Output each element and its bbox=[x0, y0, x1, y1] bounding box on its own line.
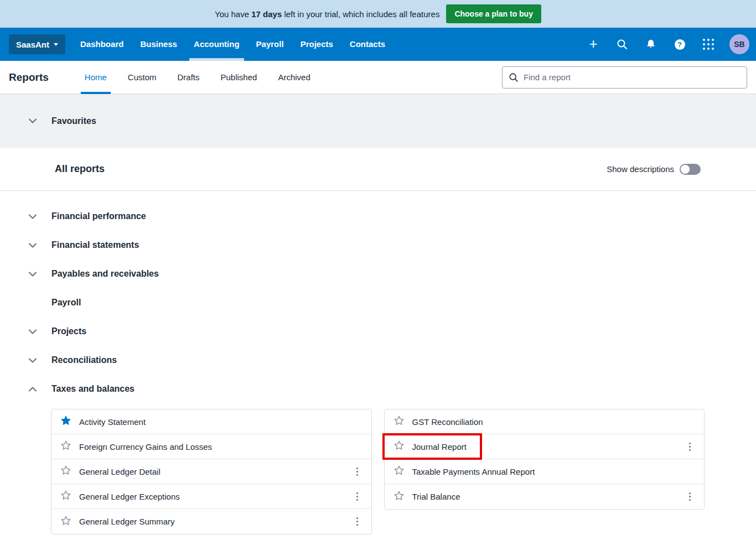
search-icon bbox=[617, 39, 628, 50]
plus-icon: + bbox=[589, 37, 597, 51]
section-row-financial-performance[interactable]: Financial performance bbox=[0, 202, 756, 231]
notifications-button[interactable] bbox=[636, 28, 665, 61]
report-row-taxable-payments-annual-report[interactable]: Taxable Payments Annual Report bbox=[385, 459, 705, 484]
all-reports-title: All reports bbox=[55, 163, 105, 175]
show-descriptions-toggle[interactable] bbox=[680, 164, 701, 175]
report-list-right: GST Reconciliation Journal Report Taxabl… bbox=[384, 409, 705, 510]
help-button[interactable]: ? bbox=[665, 28, 694, 61]
global-search-button[interactable] bbox=[608, 28, 636, 61]
choose-plan-button[interactable]: Choose a plan to buy bbox=[446, 4, 541, 23]
section-label: Payables and receivables bbox=[51, 269, 159, 279]
favourites-label: Favourites bbox=[51, 116, 96, 126]
search-input[interactable] bbox=[524, 72, 741, 82]
chevron-down-icon bbox=[54, 43, 58, 46]
kebab-menu-icon[interactable] bbox=[352, 489, 363, 504]
favourite-star-icon[interactable] bbox=[60, 490, 71, 503]
report-label: Taxable Payments Annual Report bbox=[412, 467, 535, 476]
favourite-star-icon[interactable] bbox=[60, 415, 71, 428]
reports-tabs: HomeCustomDraftsPublishedArchived bbox=[74, 61, 321, 94]
report-row-journal-report[interactable]: Journal Report bbox=[385, 434, 705, 459]
report-label: General Ledger Summary bbox=[79, 517, 175, 526]
section-row-payables-and-receivables[interactable]: Payables and receivables bbox=[0, 259, 756, 288]
chevron-down-icon bbox=[28, 214, 37, 219]
tab-custom[interactable]: Custom bbox=[117, 61, 167, 94]
org-menu-button[interactable]: SaasAnt bbox=[9, 34, 65, 54]
nav-item-payroll[interactable]: Payroll bbox=[248, 28, 292, 61]
report-row-gst-reconciliation[interactable]: GST Reconciliation bbox=[385, 409, 705, 434]
main-navbar: SaasAnt DashboardBusinessAccountingPayro… bbox=[0, 28, 756, 61]
report-list-left: Activity Statement Foreign Currency Gain… bbox=[51, 409, 372, 534]
report-sections: Financial performance Financial statemen… bbox=[0, 191, 756, 403]
section-row-financial-statements[interactable]: Financial statements bbox=[0, 231, 756, 259]
nav-item-contacts[interactable]: Contacts bbox=[341, 28, 393, 61]
tab-archived[interactable]: Archived bbox=[267, 61, 320, 94]
apps-grid-icon bbox=[703, 39, 714, 50]
section-row-reconciliations[interactable]: Reconciliations bbox=[0, 346, 756, 375]
report-label: Trial Balance bbox=[412, 492, 460, 501]
section-label: Financial performance bbox=[51, 211, 146, 221]
tab-drafts[interactable]: Drafts bbox=[167, 61, 210, 94]
kebab-menu-icon[interactable] bbox=[352, 514, 363, 529]
nav-item-accounting[interactable]: Accounting bbox=[185, 28, 248, 61]
section-row-payroll[interactable]: Payroll bbox=[0, 288, 756, 317]
favourite-star-icon[interactable] bbox=[393, 440, 405, 453]
section-label: Payroll bbox=[51, 298, 81, 308]
section-row-projects[interactable]: Projects bbox=[0, 317, 756, 346]
chevron-down-icon bbox=[28, 272, 37, 277]
show-descriptions-label: Show descriptions bbox=[607, 164, 674, 174]
report-label: GST Reconciliation bbox=[412, 417, 483, 427]
tab-home[interactable]: Home bbox=[74, 61, 117, 94]
favourite-star-icon[interactable] bbox=[60, 440, 71, 453]
favourite-star-icon[interactable] bbox=[60, 465, 71, 478]
kebab-menu-icon[interactable] bbox=[685, 489, 695, 504]
section-label: Projects bbox=[51, 326, 86, 336]
nav-item-business[interactable]: Business bbox=[132, 28, 185, 61]
avatar[interactable]: SB bbox=[729, 34, 749, 54]
apps-launcher-button[interactable] bbox=[694, 28, 723, 61]
nav-menu: DashboardBusinessAccountingPayrollProjec… bbox=[72, 28, 393, 61]
nav-right: + ? SB bbox=[579, 28, 749, 61]
favourite-star-icon[interactable] bbox=[393, 465, 405, 478]
chevron-down-icon bbox=[28, 329, 37, 334]
favourite-star-icon[interactable] bbox=[393, 415, 405, 428]
favourite-star-icon[interactable] bbox=[60, 515, 71, 528]
search-icon bbox=[509, 72, 519, 82]
show-descriptions: Show descriptions bbox=[607, 164, 701, 175]
help-icon: ? bbox=[675, 39, 685, 50]
taxes-and-balances-lists: Activity Statement Foreign Currency Gain… bbox=[0, 403, 756, 534]
report-label: General Ledger Detail bbox=[79, 467, 160, 476]
report-row-foreign-currency-gains-and-losses[interactable]: Foreign Currency Gains and Losses bbox=[51, 434, 371, 459]
report-label: Activity Statement bbox=[79, 417, 146, 427]
favourites-section[interactable]: Favourites bbox=[0, 94, 756, 148]
section-row-taxes-and-balances[interactable]: Taxes and balances bbox=[0, 375, 756, 403]
nav-item-projects[interactable]: Projects bbox=[292, 28, 341, 61]
chevron-down-icon bbox=[28, 358, 37, 363]
bell-icon bbox=[645, 39, 656, 50]
page: You have 17 days left in your trial, whi… bbox=[0, 0, 756, 545]
trial-banner: You have 17 days left in your trial, whi… bbox=[0, 0, 756, 28]
chevron-up-icon bbox=[28, 387, 37, 392]
add-new-button[interactable]: + bbox=[579, 28, 608, 61]
report-row-general-ledger-exceptions[interactable]: General Ledger Exceptions bbox=[51, 484, 371, 509]
nav-item-dashboard[interactable]: Dashboard bbox=[72, 28, 132, 61]
all-reports-bar: All reports Show descriptions bbox=[0, 148, 756, 191]
report-row-activity-statement[interactable]: Activity Statement bbox=[51, 409, 371, 434]
report-row-general-ledger-detail[interactable]: General Ledger Detail bbox=[51, 459, 371, 484]
section-label: Taxes and balances bbox=[51, 384, 134, 394]
section-label: Reconciliations bbox=[51, 355, 117, 365]
chevron-down-icon bbox=[28, 243, 37, 248]
tab-published[interactable]: Published bbox=[210, 61, 268, 94]
report-search-box[interactable] bbox=[502, 66, 747, 89]
report-label: Journal Report bbox=[412, 442, 467, 451]
favourite-star-icon[interactable] bbox=[393, 490, 405, 504]
chevron-down-icon bbox=[28, 118, 37, 123]
report-row-trial-balance[interactable]: Trial Balance bbox=[385, 484, 705, 509]
kebab-menu-icon[interactable] bbox=[352, 464, 363, 479]
org-name: SaasAnt bbox=[16, 40, 49, 49]
section-label: Financial statements bbox=[51, 240, 139, 250]
reports-header: Reports HomeCustomDraftsPublishedArchive… bbox=[0, 61, 756, 94]
kebab-menu-icon[interactable] bbox=[685, 439, 695, 454]
trial-message: You have 17 days left in your trial, whi… bbox=[215, 9, 439, 19]
report-row-general-ledger-summary[interactable]: General Ledger Summary bbox=[51, 509, 371, 534]
report-label: General Ledger Exceptions bbox=[79, 492, 180, 501]
